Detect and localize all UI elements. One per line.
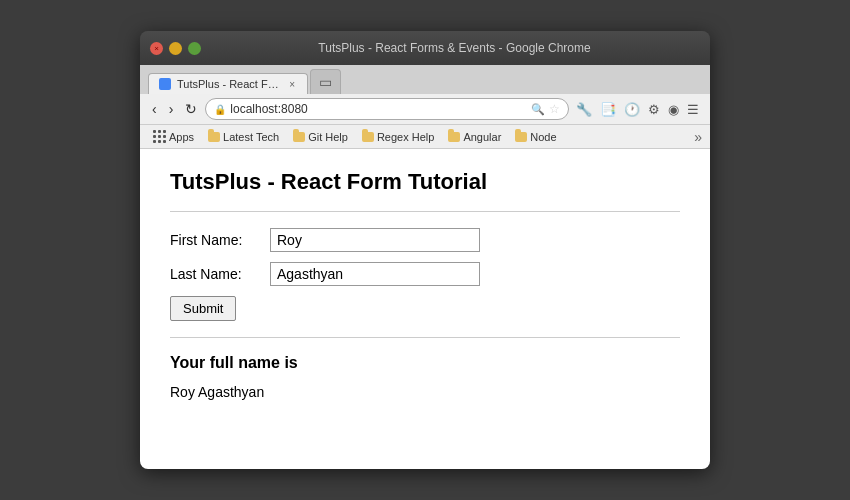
search-icon: 🔍 bbox=[531, 103, 545, 116]
new-tab-button[interactable]: ▭ bbox=[310, 69, 341, 94]
bookmark-git-help-label: Git Help bbox=[308, 131, 348, 143]
submit-button[interactable]: Submit bbox=[170, 296, 236, 321]
page-content: TutsPlus - React Form Tutorial First Nam… bbox=[140, 149, 710, 469]
lock-icon: 🔒 bbox=[214, 104, 226, 115]
bookmark-angular-label: Angular bbox=[463, 131, 501, 143]
title-bar: × TutsPlus - React Forms & Events - Goog… bbox=[140, 31, 710, 65]
window-controls: × bbox=[150, 42, 201, 55]
close-button[interactable]: × bbox=[150, 42, 163, 55]
bottom-divider bbox=[170, 337, 680, 338]
more-bookmarks-button[interactable]: » bbox=[694, 129, 702, 145]
result-full-name: Roy Agasthyan bbox=[170, 384, 680, 400]
bookmark-regex-help[interactable]: Regex Help bbox=[357, 129, 439, 145]
extensions-button[interactable]: 🔧 bbox=[573, 100, 595, 119]
bookmarks-button[interactable]: 📑 bbox=[597, 100, 619, 119]
last-name-row: Last Name: bbox=[170, 262, 680, 286]
tab-favicon-icon bbox=[159, 78, 171, 90]
folder-icon bbox=[362, 132, 374, 142]
nav-bar: ‹ › ↻ 🔒 localhost:8080 🔍 ☆ 🔧 📑 🕐 ⚙ ◉ ☰ bbox=[140, 94, 710, 125]
back-button[interactable]: ‹ bbox=[148, 99, 161, 119]
bookmark-regex-help-label: Regex Help bbox=[377, 131, 434, 143]
settings-icon[interactable]: ⚙ bbox=[645, 100, 663, 119]
folder-icon bbox=[208, 132, 220, 142]
page-title: TutsPlus - React Form Tutorial bbox=[170, 169, 680, 195]
bookmarks-bar: Apps Latest Tech Git Help Regex Help Ang… bbox=[140, 125, 710, 149]
maximize-button[interactable] bbox=[188, 42, 201, 55]
nav-icons: 🔧 📑 🕐 ⚙ ◉ ☰ bbox=[573, 100, 702, 119]
last-name-label: Last Name: bbox=[170, 266, 270, 282]
tab-bar: TutsPlus - React Form... × ▭ bbox=[140, 65, 710, 94]
last-name-input[interactable] bbox=[270, 262, 480, 286]
bookmark-apps-label: Apps bbox=[169, 131, 194, 143]
bookmark-node[interactable]: Node bbox=[510, 129, 561, 145]
active-tab[interactable]: TutsPlus - React Form... × bbox=[148, 73, 308, 94]
address-bar[interactable]: 🔒 localhost:8080 🔍 ☆ bbox=[205, 98, 569, 120]
top-divider bbox=[170, 211, 680, 212]
first-name-row: First Name: bbox=[170, 228, 680, 252]
bookmark-angular[interactable]: Angular bbox=[443, 129, 506, 145]
tab-close-button[interactable]: × bbox=[287, 79, 297, 90]
forward-button[interactable]: › bbox=[165, 99, 178, 119]
form-section: First Name: Last Name: Submit bbox=[170, 228, 680, 321]
tab-label: TutsPlus - React Form... bbox=[177, 78, 281, 90]
browser-window: × TutsPlus - React Forms & Events - Goog… bbox=[140, 31, 710, 469]
bookmark-git-help[interactable]: Git Help bbox=[288, 129, 353, 145]
result-heading: Your full name is bbox=[170, 354, 680, 372]
folder-icon bbox=[515, 132, 527, 142]
first-name-label: First Name: bbox=[170, 232, 270, 248]
first-name-input[interactable] bbox=[270, 228, 480, 252]
chrome-icon[interactable]: ◉ bbox=[665, 100, 682, 119]
apps-grid-icon bbox=[153, 130, 166, 143]
history-button[interactable]: 🕐 bbox=[621, 100, 643, 119]
reload-button[interactable]: ↻ bbox=[181, 99, 201, 119]
window-title: TutsPlus - React Forms & Events - Google… bbox=[209, 41, 700, 55]
url-text: localhost:8080 bbox=[230, 102, 527, 116]
result-section: Your full name is Roy Agasthyan bbox=[170, 354, 680, 400]
bookmark-node-label: Node bbox=[530, 131, 556, 143]
folder-icon bbox=[448, 132, 460, 142]
star-icon[interactable]: ☆ bbox=[549, 102, 560, 116]
bookmark-apps[interactable]: Apps bbox=[148, 128, 199, 145]
menu-button[interactable]: ☰ bbox=[684, 100, 702, 119]
folder-icon bbox=[293, 132, 305, 142]
bookmark-latest-tech-label: Latest Tech bbox=[223, 131, 279, 143]
minimize-button[interactable] bbox=[169, 42, 182, 55]
bookmark-latest-tech[interactable]: Latest Tech bbox=[203, 129, 284, 145]
